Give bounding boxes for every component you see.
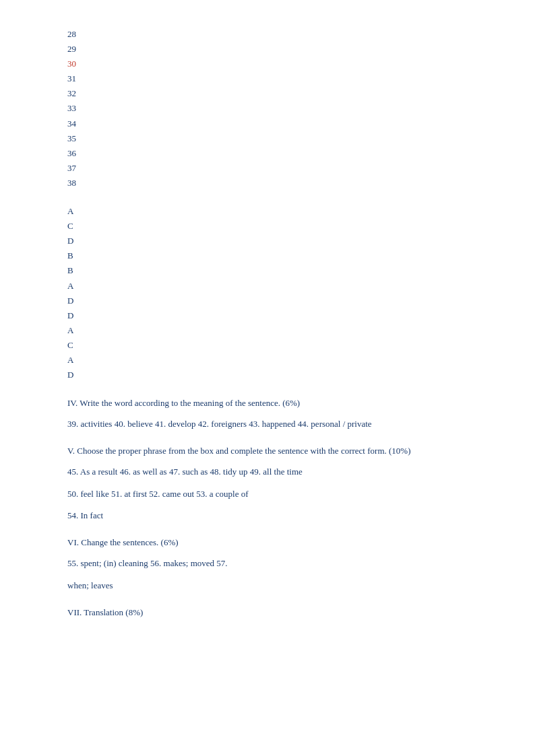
answer-A-2: A [67,279,481,294]
answer-D-1: D [67,234,481,248]
section-5: V. Choose the proper phrase from the box… [67,444,481,524]
line-29: 29 [67,42,481,57]
section5-line1: 45. As a result 46. as well as 47. such … [67,464,481,481]
section4-content: 39. activities 40. believe 41. develop 4… [67,416,481,433]
answer-B-2: B [67,263,481,278]
line-numbers-section: 28 29 30 31 32 33 34 35 36 37 38 A C D B… [67,27,481,382]
answer-B-1: B [67,248,481,263]
line-numbers-list: 28 29 30 31 32 33 34 35 36 37 38 [67,27,481,191]
line-30: 30 [67,57,481,71]
answer-A-1: A [67,204,481,219]
section6-line1: 55. spent; (in) cleaning 56. makes; move… [67,555,481,572]
answer-C: C [67,219,481,234]
answer-D-2: D [67,294,481,308]
section5-line2: 50. feel like 51. at first 52. came out … [67,486,481,503]
section-7: VII. Translation (8%) [67,605,481,620]
line-28: 28 [67,27,481,42]
section7-header: VII. Translation (8%) [67,605,481,620]
line-37: 37 [67,161,481,176]
line-32: 32 [67,86,481,101]
line-33: 33 [67,101,481,116]
section4-header: IV. Write the word according to the mean… [67,396,481,411]
answer-C-2: C [67,338,481,353]
line-35: 35 [67,131,481,146]
answer-D-3: D [67,308,481,323]
line-36: 36 [67,146,481,161]
answer-D-4: D [67,368,481,382]
answer-A-3: A [67,323,481,338]
answer-A-4: A [67,353,481,368]
line-31: 31 [67,71,481,86]
answers-list: A C D B B A D D A C A D [67,204,481,382]
section-4: IV. Write the word according to the mean… [67,396,481,433]
section5-header: V. Choose the proper phrase from the box… [67,444,481,458]
section-6: VI. Change the sentences. (6%) 55. spent… [67,535,481,594]
line-38: 38 [67,176,481,191]
section6-header: VI. Change the sentences. (6%) [67,535,481,550]
section6-line2: when; leaves [67,578,481,594]
section5-line3: 54. In fact [67,508,481,524]
line-34: 34 [67,116,481,131]
